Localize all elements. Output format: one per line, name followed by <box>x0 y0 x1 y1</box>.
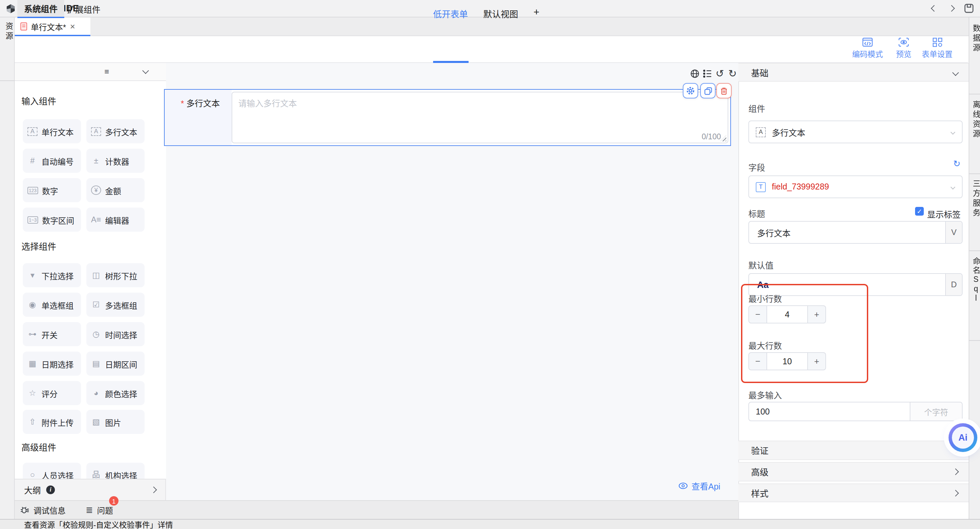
color-picker-icon: ◕ <box>91 389 101 397</box>
named-sql-strip-tab[interactable]: 命名Sql <box>970 257 980 303</box>
person-icon: ○ <box>27 471 38 479</box>
component-item-single-line-text[interactable]: A 单行文本 <box>23 119 81 143</box>
component-item-counter[interactable]: ± 计数器 <box>86 149 145 173</box>
field-select[interactable]: T field_73999289 <box>748 175 963 198</box>
view-api-link[interactable]: 查看Api <box>678 480 720 492</box>
section-validation[interactable]: 验证 <box>738 441 969 460</box>
undo-icon[interactable]: ↺ <box>716 68 724 78</box>
offline-resource-strip-tab[interactable]: 离线资源 <box>970 100 980 139</box>
redo-icon[interactable]: ↻ <box>728 68 737 78</box>
component-item-radio-group[interactable]: ◉ 单选框组 <box>23 293 81 317</box>
max-rows-value[interactable]: 10 <box>767 352 807 370</box>
save-icon[interactable] <box>964 3 974 13</box>
resize-handle[interactable] <box>720 135 726 141</box>
third-party-service-strip-tab[interactable]: 三方服务 <box>970 180 980 218</box>
selected-field-multiline-text[interactable]: * 多行文本 请输入多行文本 0/100 <box>164 89 731 146</box>
globe-icon[interactable] <box>690 69 700 78</box>
nav-back-icon[interactable] <box>931 5 937 12</box>
component-item-auto-number[interactable]: # 自动编号 <box>23 149 81 173</box>
section-advanced[interactable]: 高级 <box>738 462 969 481</box>
component-item-date-range[interactable]: ▤ 日期区间 <box>86 352 145 376</box>
component-select[interactable]: A 多行文本 <box>748 121 963 143</box>
component-item-label: 金额 <box>105 185 121 196</box>
field-settings-button[interactable] <box>683 83 698 99</box>
component-item-currency[interactable]: ¥ 金额 <box>86 178 145 202</box>
app-window: Primeton-IDE 单行文本* × 低开表单 默认视图 + <box>0 0 980 529</box>
minus-button[interactable]: − <box>748 305 767 323</box>
field-delete-button[interactable] <box>716 83 732 99</box>
outline-tree-icon[interactable] <box>703 69 712 78</box>
component-item-tree-dropdown[interactable]: ◫ 树形下拉 <box>86 263 145 287</box>
document-tab[interactable]: 单行文本* × <box>15 18 91 36</box>
image-icon: ▧ <box>91 418 101 426</box>
component-item-person-select[interactable]: ○ 人员选择 <box>23 463 81 479</box>
refresh-icon[interactable]: ↻ <box>953 159 961 169</box>
min-rows-value[interactable]: 4 <box>767 305 807 323</box>
info-icon: i <box>46 486 55 494</box>
nav-forward-icon[interactable] <box>948 5 955 12</box>
tab-default-view[interactable]: 默认视图 <box>483 7 518 20</box>
default-value-addon[interactable]: D <box>945 274 962 295</box>
component-item-label: 开关 <box>41 328 57 340</box>
strip-divider <box>0 80 15 81</box>
title-i18n-addon[interactable]: V <box>945 221 962 243</box>
component-item-image[interactable]: ▧ 图片 <box>86 410 145 434</box>
add-view-button[interactable]: + <box>533 6 539 18</box>
component-item-multi-line-text[interactable]: A 多行文本 <box>86 119 145 143</box>
component-item-number-range[interactable]: 1~3 数字区间 <box>23 207 81 232</box>
code-mode-button[interactable]: 编码模式 <box>847 38 888 59</box>
component-item-org-select[interactable]: 品 机构选择 <box>86 463 145 479</box>
tab-extension-components[interactable]: 扩展组件 <box>60 0 107 18</box>
field-label: 多行文本 <box>186 99 220 108</box>
outline-bar[interactable]: 大纲 i <box>15 479 166 500</box>
section-style[interactable]: 样式 <box>738 483 969 502</box>
chevron-down-icon <box>951 129 955 134</box>
ai-assistant-button[interactable]: Ai <box>948 423 977 452</box>
field-type-icon: T <box>756 182 766 192</box>
resource-strip-tab[interactable]: 资源 <box>3 22 14 41</box>
problems-label[interactable]: 问题 <box>97 504 113 516</box>
plus-button[interactable]: + <box>807 305 826 323</box>
minus-button[interactable]: − <box>748 352 767 370</box>
component-item-checkbox-group[interactable]: ☑ 多选框组 <box>86 293 145 317</box>
component-item-rating[interactable]: ☆ 评分 <box>23 381 81 405</box>
component-item-switch[interactable]: ⊶ 开关 <box>23 322 81 346</box>
panel-menu-icon[interactable]: ≡ <box>104 67 109 76</box>
debug-bug-icon[interactable] <box>20 505 29 514</box>
component-item-editor[interactable]: A≡ 编辑器 <box>86 207 145 232</box>
component-item-number[interactable]: 123 数字 <box>23 178 81 202</box>
expand-outline-icon[interactable] <box>150 486 157 493</box>
multiline-textarea[interactable]: 请输入多行文本 0/100 <box>232 92 728 143</box>
form-settings-button[interactable]: 表单设置 <box>916 38 958 59</box>
plus-button[interactable]: + <box>807 352 826 370</box>
text-component-icon: A <box>756 127 766 137</box>
switch-icon: ⊶ <box>27 330 38 338</box>
chevron-down-icon <box>951 185 955 189</box>
component-item-label: 评分 <box>41 387 57 399</box>
max-input-field[interactable]: 100 个字符 <box>748 402 963 421</box>
field-copy-button[interactable] <box>700 83 716 99</box>
component-item-label: 颜色选择 <box>105 387 137 399</box>
component-item-date-picker[interactable]: ▦ 日期选择 <box>23 352 81 376</box>
form-settings-icon <box>932 38 942 47</box>
datasource-strip-tab[interactable]: 数据源 <box>970 24 980 53</box>
component-item-label: 计数器 <box>105 155 129 166</box>
component-item-dropdown[interactable]: ▾ 下拉选择 <box>23 263 81 287</box>
code-mode-label: 编码模式 <box>852 48 883 59</box>
gear-icon <box>686 86 695 95</box>
close-tab-icon[interactable]: × <box>70 21 75 31</box>
problems-list-icon[interactable]: ≣ <box>86 505 93 515</box>
title-input[interactable]: 多行文本 V <box>748 221 963 244</box>
tab-lowcode-form[interactable]: 低开表单 <box>433 7 468 20</box>
component-item-file-upload[interactable]: ⇧ 附件上传 <box>23 410 81 434</box>
left-resource-strip <box>0 18 15 519</box>
tab-system-components[interactable]: 系统组件 <box>18 0 64 18</box>
component-item-time-picker[interactable]: ◷ 时间选择 <box>86 322 145 346</box>
radio-group-icon: ◉ <box>27 301 38 309</box>
show-label-checkbox[interactable]: ✓ <box>915 207 924 216</box>
debug-info-label[interactable]: 调试信息 <box>33 504 65 516</box>
preview-button[interactable]: 预览 <box>894 38 913 59</box>
component-item-color-picker[interactable]: ◕ 颜色选择 <box>86 381 145 405</box>
section-basic[interactable]: 基础 <box>738 63 969 82</box>
status-message[interactable]: 查看资源「校验规则-自定义校验事件」详情 <box>24 519 173 529</box>
